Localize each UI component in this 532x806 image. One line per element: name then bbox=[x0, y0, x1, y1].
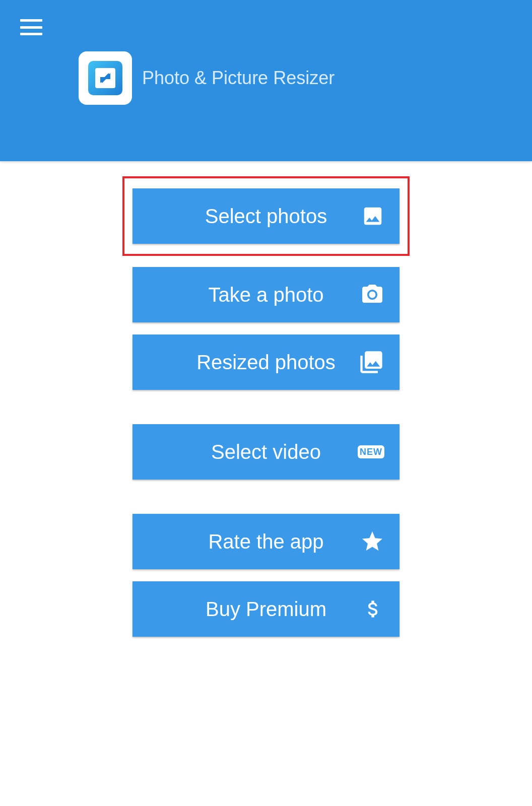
app-header: Photo & Picture Resizer bbox=[0, 0, 532, 161]
button-label: Buy Premium bbox=[206, 598, 326, 621]
gallery-icon bbox=[358, 349, 384, 375]
photo-icon bbox=[361, 205, 384, 228]
rate-app-button[interactable]: Rate the app bbox=[132, 514, 400, 569]
buy-premium-button[interactable]: Buy Premium bbox=[132, 581, 400, 637]
take-photo-button[interactable]: Take a photo bbox=[132, 267, 400, 322]
new-badge-label: NEW bbox=[358, 445, 384, 458]
app-title: Photo & Picture Resizer bbox=[142, 68, 335, 89]
menu-icon[interactable] bbox=[20, 19, 42, 35]
select-photos-button[interactable]: Select photos bbox=[132, 188, 400, 244]
highlight-box: Select photos bbox=[122, 176, 410, 256]
button-label: Rate the app bbox=[208, 530, 323, 553]
app-logo-icon bbox=[79, 51, 132, 105]
star-icon bbox=[360, 529, 384, 554]
app-brand: Photo & Picture Resizer bbox=[79, 51, 335, 105]
new-badge-icon: NEW bbox=[358, 445, 384, 458]
select-video-button[interactable]: Select video NEW bbox=[132, 424, 400, 480]
button-label: Select video bbox=[211, 441, 321, 463]
button-label: Resized photos bbox=[196, 351, 336, 374]
resized-photos-button[interactable]: Resized photos bbox=[132, 334, 400, 390]
dollar-icon bbox=[362, 598, 384, 620]
button-label: Take a photo bbox=[208, 284, 323, 306]
camera-icon bbox=[360, 283, 384, 307]
main-content: Select photos Take a photo Resized photo… bbox=[0, 161, 532, 649]
button-label: Select photos bbox=[205, 205, 327, 228]
